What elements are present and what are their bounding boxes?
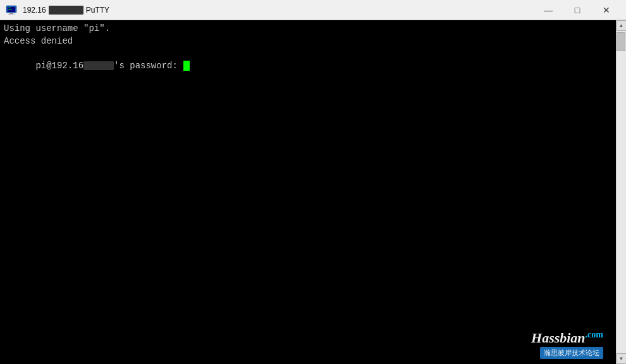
svg-rect-5 [8, 14, 15, 15]
watermark: Hassbian.com 瀚思彼岸技术论坛 [531, 331, 603, 359]
svg-rect-3 [8, 9, 12, 9]
titlebar: 192.16 PuTTY — □ ✕ [0, 0, 626, 20]
scrollbar-thumb[interactable] [617, 32, 625, 51]
window-controls: — □ ✕ [534, 0, 621, 20]
terminal-line-1: Using username "pi". [4, 23, 612, 35]
terminal-cursor [183, 61, 190, 71]
scrollbar-down-button[interactable]: ▼ [617, 353, 627, 364]
app-icon [5, 4, 18, 16]
terminal[interactable]: Using username "pi". Access denied pi@19… [0, 20, 616, 364]
maximize-button[interactable]: □ [563, 0, 592, 20]
watermark-brand: Hassbian.com [531, 331, 603, 345]
scrollbar[interactable]: ▲ ▼ [616, 20, 626, 364]
terminal-line-3: pi@192.16's password: [4, 47, 612, 85]
terminal-line-2: Access denied [4, 35, 612, 48]
scrollbar-track[interactable] [617, 31, 626, 353]
watermark-subtitle: 瀚思彼岸技术论坛 [540, 347, 603, 359]
close-button[interactable]: ✕ [592, 0, 621, 20]
ip-redacted-terminal [83, 61, 114, 70]
putty-icon-svg [6, 4, 17, 16]
titlebar-title: 192.16 PuTTY [23, 6, 534, 15]
terminal-wrapper: Using username "pi". Access denied pi@19… [0, 20, 626, 364]
scrollbar-up-button[interactable]: ▲ [617, 20, 627, 31]
minimize-button[interactable]: — [534, 0, 563, 20]
svg-rect-2 [8, 8, 11, 8]
ip-redacted [49, 6, 83, 15]
